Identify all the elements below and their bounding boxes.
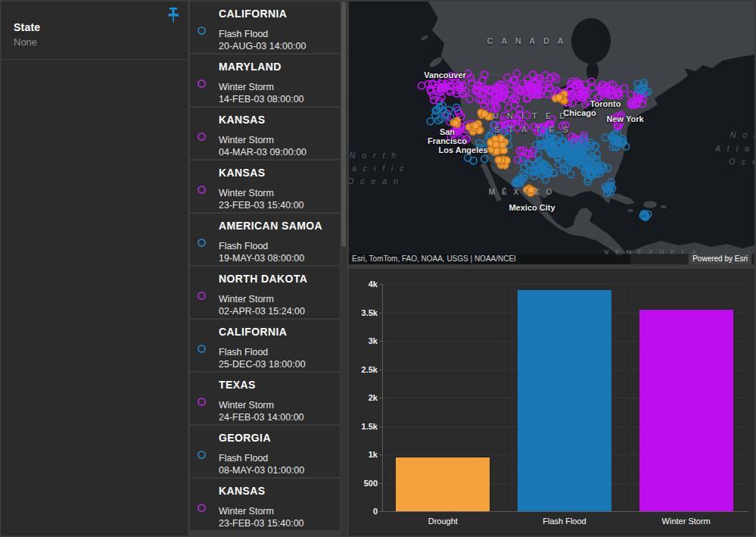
event-dot-orange[interactable] [481,111,488,117]
list-item-datetime: 14-FEB-03 08:00:00 [219,93,335,105]
list-item-event: Winter Storm [219,81,335,93]
event-list: CALIFORNIAFlash Flood20-AUG-03 14:00:00M… [190,2,340,535]
land-hispaniola [643,201,657,208]
list-item-datetime: 04-MAR-03 09:00:00 [219,146,335,158]
list-item-datetime: 23-FEB-03 15:40:00 [219,199,335,211]
list-item-event: Winter Storm [219,187,335,199]
y-axis-tick-label: 2.5k [349,365,378,374]
chart-gridline-vertical [504,284,505,511]
list-item[interactable]: TEXASWinter Storm24-FEB-03 14:00:00 [190,373,340,424]
event-dot-orange[interactable] [493,141,499,148]
event-category-icon [198,80,206,88]
bar-flash-flood[interactable] [518,290,611,512]
list-item-event: Winter Storm [219,505,335,517]
list-item[interactable]: AMERICAN SAMOAFlash Flood19-MAY-03 08:00… [190,214,340,265]
list-item-state: MARYLAND [219,61,335,73]
event-category-icon [198,133,206,141]
event-category-icon [198,345,206,353]
y-axis-tick-label: 1.5k [349,422,378,431]
y-axis-line [382,284,383,511]
x-axis-category-label: Winter Storm [633,517,739,526]
filter-label: State [14,21,176,33]
list-item-event: Flash Flood [219,452,335,464]
y-axis-tick-label: 4k [349,279,378,289]
list-item-state: TEXAS [219,379,335,391]
list-item-state: CALIFORNIA [219,326,335,338]
list-item-datetime: 19-MAY-03 08:00:00 [219,252,335,264]
event-category-icon [198,239,206,247]
chart-gridline [382,284,747,285]
event-category-icon [198,27,206,35]
list-item[interactable]: GEORGIAFlash Flood08-MAY-03 01:00:00 [190,426,340,477]
bar-winter-storm[interactable] [639,310,733,511]
list-item[interactable]: KANSASWinter Storm23-FEB-03 15:40:00 [190,479,340,530]
list-item-event: Flash Flood [219,28,335,40]
x-axis-category-label: Drought [390,517,496,526]
list-item-datetime: 08-MAY-03 01:00:00 [219,464,335,476]
list-item-datetime: 02-APR-03 15:24:00 [219,305,335,317]
powered-by-esri[interactable]: Powered by Esri [689,254,751,264]
event-category-icon [198,186,206,194]
y-axis-tick-label: 3k [349,336,378,345]
list-item[interactable]: CALIFORNIAFlash Flood20-AUG-03 14:00:00 [190,2,340,53]
y-axis-tick-label: 500 [349,479,378,488]
list-item[interactable]: MARYLANDWinter Storm14-FEB-03 08:00:00 [190,55,340,106]
x-axis-category-label: Flash Flood [512,517,618,526]
y-axis-tick-label: 2k [349,393,378,402]
list-item-state: NORTH DAKOTA [219,273,335,285]
map-canvas[interactable] [349,2,754,264]
list-item[interactable]: NORTH DAKOTAWinter Storm02-APR-03 15:24:… [190,267,340,318]
pushpin-icon[interactable] [165,6,182,24]
list-item[interactable]: KANSASWinter Storm04-MAR-03 09:00:00 [190,108,340,159]
state-filter-panel: State None [2,2,188,535]
list-item-event: Flash Flood [219,240,335,252]
map-attribution-bar: Esri, TomTom, FAO, NOAA, USGS | NOAA/NCE… [349,254,754,264]
event-dot-orange[interactable] [495,157,502,164]
y-axis-tick-label: 1k [349,450,378,459]
chart-gridline-vertical [625,284,626,511]
list-item-datetime: 23-FEB-03 15:40:00 [219,517,335,529]
list-item-state: CALIFORNIA [219,8,335,20]
event-dot-orange[interactable] [472,123,479,130]
map-attribution-text: Esri, TomTom, FAO, NOAA, USGS | NOAA/NCE… [352,254,516,264]
list-scrollbar[interactable] [341,2,347,535]
event-list-panel: CALIFORNIAFlash Flood20-AUG-03 14:00:00M… [190,2,347,535]
y-axis-tick-label: 3.5k [349,308,378,317]
event-category-icon [198,504,206,512]
list-item[interactable]: KANSASWinter Storm23-FEB-03 15:40:00 [190,161,340,212]
y-axis-tick-label: 0 [349,507,378,516]
list-item-datetime: 25-DEC-03 18:00:00 [219,358,335,370]
filter-header[interactable]: State None [2,2,188,60]
filter-selected-value[interactable]: None [14,36,176,48]
bar-drought[interactable] [396,457,490,511]
list-item[interactable]: CALIFORNIAFlash Flood25-DEC-03 18:00:00 [190,320,340,371]
bar-chart-panel: 05001k1.5k2k2.5k3k3.5k4kDroughtFlash Flo… [349,269,754,535]
list-item-event: Flash Flood [219,346,335,358]
list-item-state: GEORGIA [219,432,335,444]
list-item-datetime: 24-FEB-03 14:00:00 [219,411,335,423]
list-item-event: Winter Storm [219,399,335,411]
list-item-state: AMERICAN SAMOA [219,220,335,232]
x-axis-line [382,511,748,512]
event-category-icon [198,292,206,300]
event-category-icon [198,398,206,406]
event-dot-orange[interactable] [555,95,562,101]
bar-chart-plot: 05001k1.5k2k2.5k3k3.5k4kDroughtFlash Flo… [349,269,754,535]
list-item-event: Winter Storm [219,293,335,305]
event-dot-orange[interactable] [453,120,459,126]
list-item-state: KANSAS [219,167,335,179]
event-dot-orange[interactable] [527,186,534,193]
event-category-icon [198,451,206,459]
list-item-datetime: 20-AUG-03 14:00:00 [219,40,335,52]
map-panel[interactable]: C A N A D AU N I T E DS T A T E SM É X I… [349,2,754,264]
list-item-event: Winter Storm [219,134,335,146]
list-item-state: KANSAS [219,485,335,497]
list-item-state: KANSAS [219,114,335,126]
scrollbar-thumb[interactable] [341,2,346,247]
